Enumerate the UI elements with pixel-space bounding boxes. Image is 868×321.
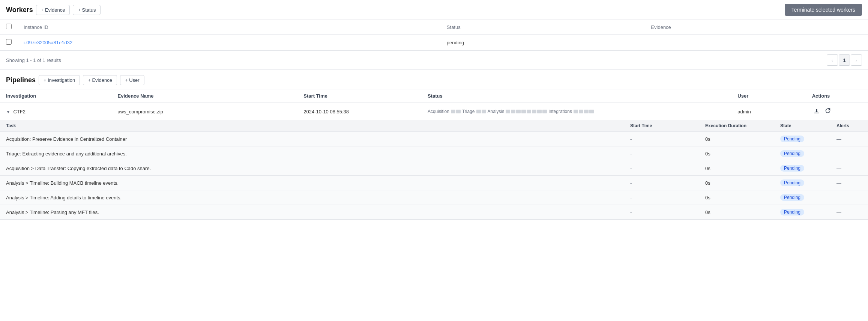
integrations-bar-3 <box>584 110 589 113</box>
row-checkbox[interactable] <box>6 39 12 45</box>
evidence-name-col-header: Evidence Name <box>112 89 298 103</box>
next-page-button[interactable]: › <box>851 54 862 66</box>
select-all-checkbox[interactable] <box>6 24 12 29</box>
acquisition-label: Acquisition <box>428 109 449 114</box>
state-badge: Pending <box>780 209 804 216</box>
integrations-bar-2 <box>579 110 583 113</box>
status-stages: Acquisition Triage Analysis <box>428 109 725 114</box>
task-start-time-cell: - <box>624 205 699 220</box>
triage-bar-2 <box>482 110 486 113</box>
task-table-row: Triage: Extracting evidence and any addi… <box>0 146 868 161</box>
task-start-time-cell: - <box>624 132 699 146</box>
pipelines-header: Pipelines + Investigation + Evidence + U… <box>0 70 868 89</box>
svg-rect-0 <box>814 113 819 113</box>
task-table-row: Acquisition > Data Transfer: Copying ext… <box>0 161 868 176</box>
task-state-cell: Pending <box>774 161 830 176</box>
instance-id-link[interactable]: i-097e32005a81e1d32 <box>24 40 72 45</box>
task-alerts-cell: — <box>830 161 868 176</box>
task-name-cell: Acquisition > Data Transfer: Copying ext… <box>0 161 624 176</box>
task-state-cell: Pending <box>774 190 830 205</box>
add-investigation-button[interactable]: + Investigation <box>39 75 80 85</box>
task-table: Task Start Time Execution Duration State <box>0 120 868 220</box>
task-name-cell: Acquisition: Preserve Evidence in Centra… <box>0 132 624 146</box>
task-alerts-cell: — <box>830 146 868 161</box>
table-row: i-097e32005a81e1d32 pending <box>0 35 868 51</box>
add-user-button[interactable]: + User <box>120 75 144 85</box>
investigation-col-header: Investigation <box>0 89 112 103</box>
terminate-workers-button[interactable]: Terminate selected workers <box>785 4 862 16</box>
add-evidence-button[interactable]: + Evidence <box>36 5 70 15</box>
start-time-col-header: Start Time <box>297 89 422 103</box>
task-state-cell: Pending <box>774 132 830 146</box>
task-name-cell: Analysis > Timeline: Adding details to t… <box>0 190 624 205</box>
integrations-bars <box>574 110 594 113</box>
execution-duration-header: Execution Duration <box>699 120 774 132</box>
task-execution-duration-cell: 0s <box>699 146 774 161</box>
alerts-header: Alerts <box>830 120 868 132</box>
analysis-bar-1 <box>506 110 510 113</box>
task-start-time-cell: - <box>624 176 699 190</box>
task-state-cell: Pending <box>774 146 830 161</box>
state-badge: Pending <box>780 165 804 172</box>
download-icon-button[interactable] <box>812 107 821 116</box>
start-time-cell: 2024-10-10 08:55:38 <box>297 103 422 120</box>
task-table-row: Acquisition: Preserve Evidence in Centra… <box>0 132 868 146</box>
task-table-row: Analysis > Timeline: Parsing any MFT fil… <box>0 205 868 220</box>
analysis-bar-4 <box>521 110 526 113</box>
analysis-bar-8 <box>542 110 547 113</box>
acquisition-bars <box>451 110 461 113</box>
workers-select-all-header <box>0 20 18 35</box>
task-name-cell: Triage: Extracting evidence and any addi… <box>0 146 624 161</box>
task-alerts-cell: — <box>830 176 868 190</box>
task-execution-duration-cell: 0s <box>699 190 774 205</box>
analysis-bars <box>506 110 547 113</box>
task-alerts-cell: — <box>830 132 868 146</box>
actions-col-header: Actions <box>806 89 868 103</box>
user-col-header: User <box>731 89 806 103</box>
task-name-cell: Analysis > Timeline: Parsing any MFT fil… <box>0 205 624 220</box>
pipelines-table: Investigation Evidence Name Start Time S… <box>0 89 868 220</box>
task-execution-duration-cell: 0s <box>699 176 774 190</box>
status-col-header: Status <box>422 89 731 103</box>
task-state-cell: Pending <box>774 205 830 220</box>
workers-table: Instance ID Status Evidence i-097e32005a… <box>0 20 868 51</box>
pagination-controls: ‹ 1 › <box>827 54 862 66</box>
task-start-time-header: Start Time <box>624 120 699 132</box>
pagination-row: Showing 1 - 1 of 1 results ‹ 1 › <box>0 51 868 70</box>
pipelines-title: Pipelines <box>6 76 36 84</box>
triage-bars <box>476 110 486 113</box>
task-name-cell: Analysis > Timeline: Building MACB timel… <box>0 176 624 190</box>
evidence-cell <box>645 35 868 51</box>
row-checkbox-cell <box>0 35 18 51</box>
task-start-time-cell: - <box>624 190 699 205</box>
task-table-row: Analysis > Timeline: Building MACB timel… <box>0 176 868 190</box>
page-1-button[interactable]: 1 <box>839 54 850 66</box>
workers-header: Workers + Evidence + Status Terminate se… <box>0 0 868 20</box>
expand-button[interactable]: ▼ <box>6 109 11 115</box>
evidence-name-cell: aws_compromise.zip <box>112 103 298 120</box>
workers-title: Workers <box>6 6 33 14</box>
user-cell: admin <box>731 103 806 120</box>
prev-page-button[interactable]: ‹ <box>827 54 838 66</box>
pagination-info: Showing 1 - 1 of 1 results <box>6 57 61 63</box>
refresh-icon-button[interactable] <box>823 107 832 116</box>
add-evidence-button[interactable]: + Evidence <box>83 75 117 85</box>
analysis-label: Analysis <box>488 109 505 114</box>
add-status-button[interactable]: + Status <box>73 5 101 15</box>
status-cell: pending <box>441 35 645 51</box>
analysis-bar-2 <box>511 110 515 113</box>
task-state-cell: Pending <box>774 176 830 190</box>
task-start-time-cell: - <box>624 161 699 176</box>
analysis-bar-3 <box>516 110 521 113</box>
workers-header-left: Workers + Evidence + Status <box>6 5 101 15</box>
task-start-time-cell: - <box>624 146 699 161</box>
investigation-cell: ▼ CTF2 <box>0 103 112 120</box>
acquisition-bar-2 <box>456 110 461 113</box>
instance-id-header: Instance ID <box>18 20 441 35</box>
evidence-header: Evidence <box>645 20 868 35</box>
task-alerts-cell: — <box>830 190 868 205</box>
state-badge: Pending <box>780 136 804 142</box>
acquisition-bar-1 <box>451 110 455 113</box>
refresh-icon <box>825 108 831 114</box>
task-execution-duration-cell: 0s <box>699 161 774 176</box>
